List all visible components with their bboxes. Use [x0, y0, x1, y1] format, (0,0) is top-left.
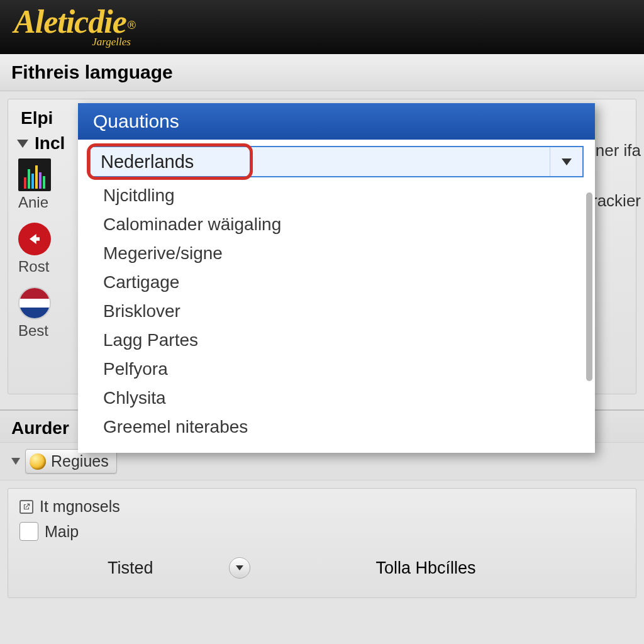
- selected-language: Nederlands: [101, 152, 194, 172]
- language-option[interactable]: Brisklover: [103, 297, 584, 326]
- maip-row[interactable]: Maip: [19, 522, 625, 541]
- chevron-down-icon[interactable]: [550, 147, 582, 176]
- tisted-label: Tisted: [108, 558, 153, 578]
- tisted-select[interactable]: Tisted: [108, 557, 250, 579]
- scrollbar[interactable]: [586, 192, 592, 381]
- mgnosels-row[interactable]: It mgnosels: [19, 497, 625, 516]
- logo-subtitle: Jargelles: [14, 36, 131, 48]
- logo-text: Aleticdie: [14, 4, 126, 40]
- page-title: Fithreis lamguage: [0, 54, 644, 91]
- language-option[interactable]: Njcitdling: [103, 181, 584, 210]
- language-dropdown-panel: Quautions Nederlands Njcitdling Calomina…: [78, 103, 595, 453]
- language-select[interactable]: Nederlands: [89, 146, 584, 177]
- regiues-label: Regiues: [51, 452, 109, 470]
- app-label: Rost: [18, 258, 49, 275]
- language-option-list: Njcitdling Calominader wäigaling Megeriv…: [89, 181, 584, 441]
- dropdown-header: Quautions: [78, 103, 595, 140]
- language-option[interactable]: Pelfyora: [103, 355, 584, 384]
- chevron-down-icon[interactable]: [11, 458, 20, 465]
- external-link-icon: [19, 500, 33, 514]
- checkbox[interactable]: [19, 522, 38, 541]
- arrow-circle-icon: [18, 223, 51, 255]
- logo: Aleticdie® Jargelles: [14, 6, 136, 48]
- app-label: Anie: [18, 194, 48, 211]
- language-option[interactable]: Megerive/signe: [103, 239, 584, 268]
- equalizer-icon: [18, 158, 51, 191]
- language-option[interactable]: Greemel niterabes: [103, 413, 584, 441]
- dropdown-toggle-icon[interactable]: [229, 557, 250, 579]
- tolla-label: Tolla Hbcílles: [376, 558, 476, 578]
- mgnosels-label: It mgnosels: [40, 497, 120, 516]
- flag-circle-icon: [18, 287, 51, 319]
- maip-label: Maip: [45, 523, 79, 541]
- bottom-panel: It mgnosels Maip Tisted Tolla Hbcílles: [8, 488, 636, 598]
- registered-mark: ®: [128, 19, 136, 31]
- language-option[interactable]: Chlysita: [103, 384, 584, 413]
- app-header: Aleticdie® Jargelles: [0, 0, 644, 54]
- language-option[interactable]: Cartigage: [103, 268, 584, 297]
- orb-icon: [30, 453, 46, 470]
- language-option[interactable]: Lagg Partes: [103, 326, 584, 355]
- language-option[interactable]: Calominader wäigaling: [103, 210, 584, 239]
- chevron-down-icon: [17, 140, 28, 148]
- app-label: Best: [18, 322, 48, 340]
- section-incl-label: Incl: [35, 133, 65, 153]
